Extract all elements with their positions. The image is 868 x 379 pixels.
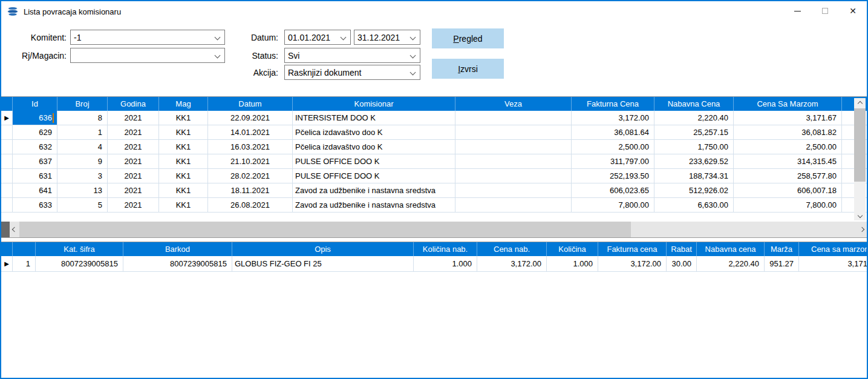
cell-veza[interactable] [455,154,572,168]
table-row[interactable]: 63352021KK126.08.2021Zavod za udžbenike … [1,198,867,213]
cell-godina[interactable]: 2021 [108,140,159,154]
cell-marza[interactable]: 7,800.00 [734,198,842,212]
column-header-num[interactable] [13,242,36,256]
cell-godina[interactable]: 2021 [108,169,159,183]
cell-kolicina[interactable]: 1.000 [547,256,598,271]
row-selector[interactable] [1,183,13,197]
table-row[interactable]: 641132021KK118.11.2021Zavod za udžbenike… [1,183,867,198]
akcija-combobox[interactable]: Rasknjizi dokument [284,65,420,80]
cell-nabavna[interactable]: 233,629.52 [654,154,734,168]
column-header-cena_sa_marzom[interactable]: Cena sa marzom [799,242,867,256]
cell-veza[interactable] [455,198,572,212]
cell-komisionar[interactable]: Pčelica izdavaštvo doo K [293,140,455,154]
horizontal-scrollbar[interactable] [1,222,867,237]
column-header-rabat[interactable]: Rabat [667,242,697,256]
cell-godina[interactable]: 2021 [108,125,159,139]
column-header-kat_sifra[interactable]: Kat. šifra [36,242,123,256]
cell-opis[interactable]: GLOBUS FIZ-GEO FI 25 [232,256,414,271]
datum-from-combobox[interactable]: 01.01.2021 [284,30,351,45]
cell-barkod[interactable]: 8007239005815 [123,256,232,271]
column-header-komisionar[interactable]: Komisionar [293,97,455,111]
cell-id[interactable]: 637 [13,154,57,168]
column-header-fakturna[interactable]: Fakturna Cena [572,97,654,111]
cell-komisionar[interactable]: Pčelica izdavaštvo doo K [293,125,455,139]
column-header-datum[interactable]: Datum [208,97,293,111]
column-header-nabavna[interactable]: Nabavna Cena [654,97,734,111]
row-selector[interactable] [1,125,13,139]
cell-kat_sifra[interactable]: 8007239005815 [36,256,123,271]
cell-nabavna_cena[interactable]: 2,220.40 [697,256,765,271]
cell-komisionar[interactable]: Zavod za udžbenike i nastavna sredstva [293,183,455,197]
table-row[interactable]: ▶63682021KK122.09.2021INTERSISTEM DOO K3… [1,111,867,125]
cell-godina[interactable]: 2021 [108,111,159,125]
row-selector-header[interactable] [1,97,13,111]
cell-godina[interactable]: 2021 [108,154,159,168]
cell-mag[interactable]: KK1 [159,169,208,183]
column-header-kolicina[interactable]: Količina [547,242,598,256]
column-header-nabavna_cena[interactable]: Nabavna cena [697,242,765,256]
cell-veza[interactable] [455,183,572,197]
cell-id[interactable]: 629 [13,125,57,139]
cell-id[interactable]: 641 [13,183,57,197]
cell-nabavna[interactable]: 2,220.40 [654,111,734,125]
cell-marza[interactable]: 3,171.67 [734,111,842,125]
cell-fakturna[interactable]: 606,023.65 [572,183,654,197]
cell-veza[interactable] [455,140,572,154]
cell-rabat[interactable]: 30.00 [667,256,697,271]
cell-komisionar[interactable]: PULSE OFFICE DOO K [293,154,455,168]
cell-marza[interactable]: 951.27 [765,256,799,271]
cell-datum[interactable]: 26.08.2021 [208,198,293,212]
cell-veza[interactable] [455,111,572,125]
cell-mag[interactable]: KK1 [159,154,208,168]
vertical-scrollbar[interactable] [854,98,866,220]
cell-id[interactable]: 636 [13,111,57,125]
column-header-broj[interactable]: Broj [57,97,108,111]
cell-mag[interactable]: KK1 [159,198,208,212]
cell-id[interactable]: 631 [13,169,57,183]
cell-kolicina_nab[interactable]: 1.000 [414,256,477,271]
cell-datum[interactable]: 28.02.2021 [208,169,293,183]
rj-magacin-combobox[interactable] [70,48,225,63]
izvrsi-button[interactable]: Izvrsi [432,59,504,79]
cell-nabavna[interactable]: 188,734.31 [654,169,734,183]
cell-datum[interactable]: 22.09.2021 [208,111,293,125]
cell-marza[interactable]: 606,007.18 [734,183,842,197]
row-selector[interactable]: ▶ [1,111,13,125]
row-selector[interactable] [1,154,13,168]
column-header-marza[interactable]: Cena Sa Marzom [734,97,842,111]
cell-broj[interactable]: 1 [57,125,108,139]
cell-cena_sa_marzom[interactable]: 3,171.67 [799,256,867,271]
cell-nabavna[interactable]: 25,257.15 [654,125,734,139]
cell-datum[interactable]: 14.01.2021 [208,125,293,139]
column-header-cena_nab[interactable]: Cena nab. [477,242,547,256]
scroll-down-button[interactable] [854,210,866,220]
vertical-scroll-thumb[interactable] [854,108,866,182]
cell-veza[interactable] [455,169,572,183]
column-header-marza[interactable]: Marža [765,242,799,256]
cell-marza[interactable]: 2,500.00 [734,140,842,154]
cell-fakturna[interactable]: 7,800.00 [572,198,654,212]
cell-marza[interactable]: 258,577.80 [734,169,842,183]
datum-to-combobox[interactable]: 31.12.2021 [354,30,420,45]
column-header-godina[interactable]: Godina [108,97,159,111]
cell-mag[interactable]: KK1 [159,111,208,125]
cell-broj[interactable]: 8 [57,111,108,125]
table-row[interactable]: 63132021KK128.02.2021PULSE OFFICE DOO K2… [1,169,867,183]
cell-broj[interactable]: 5 [57,198,108,212]
column-header-id[interactable]: Id [13,97,57,111]
cell-datum[interactable]: 21.10.2021 [208,154,293,168]
cell-datum[interactable]: 16.03.2021 [208,140,293,154]
cell-id[interactable]: 632 [13,140,57,154]
cell-datum[interactable]: 18.11.2021 [208,183,293,197]
scroll-right-button[interactable] [857,222,867,237]
row-selector[interactable] [1,140,13,154]
column-header-barkod[interactable]: Barkod [123,242,232,256]
cell-nabavna[interactable]: 512,926.02 [654,183,734,197]
maximize-button[interactable] [811,1,839,21]
cell-mag[interactable]: KK1 [159,125,208,139]
cell-nabavna[interactable]: 1,750.00 [654,140,734,154]
column-header-fakturna_cena[interactable]: Fakturna cena [598,242,667,256]
column-header-opis[interactable]: Opis [232,242,414,256]
cell-nabavna[interactable]: 6,630.00 [654,198,734,212]
column-header-veza[interactable]: Veza [455,97,572,111]
